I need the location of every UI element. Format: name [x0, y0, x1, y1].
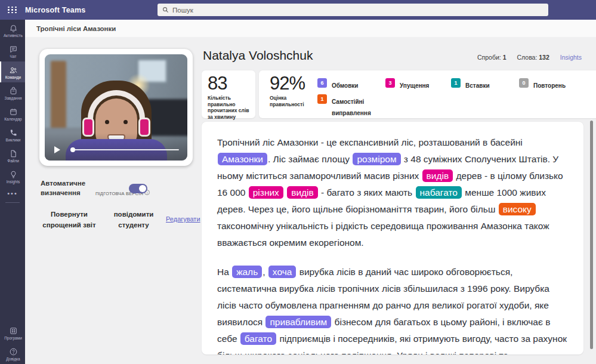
- sidebar-item-bell[interactable]: Активність: [0, 20, 25, 41]
- accuracy-label: Оцінка правильності: [270, 95, 317, 107]
- miscue-word-magenta[interactable]: видів: [287, 186, 318, 199]
- badge-column-4: 0Повторень: [519, 78, 591, 94]
- app-launcher-icon[interactable]: [0, 7, 25, 14]
- play-icon[interactable]: [54, 146, 60, 153]
- miscue-badge[interactable]: 3Упущення: [385, 78, 450, 91]
- attempts-stat: Спроби: 1: [477, 54, 507, 61]
- video-bg-tv: [146, 99, 187, 136]
- miscue-badge[interactable]: 6Обмовки: [317, 78, 384, 91]
- passage-paragraph: На жаль, хоча вирубка лісів в даний час …: [217, 264, 568, 354]
- badge-column-3: 1Вставки: [451, 78, 517, 94]
- sidebar-item-phone[interactable]: Виклики: [0, 124, 25, 145]
- miscue-word-purple[interactable]: жаль: [232, 266, 262, 278]
- app-title: Microsoft Teams: [25, 6, 85, 14]
- miscue-badge[interactable]: 0Повторень: [519, 78, 591, 91]
- sidebar-item-label: Програми: [4, 336, 22, 340]
- main-content: Автоматичне визначенняПІДГОТОВЧА ВЕРСІЯi…: [25, 37, 596, 364]
- sidebar-item-label: Чат: [10, 54, 17, 58]
- teams-icon: [9, 66, 18, 75]
- top-bar: Microsoft Teams Пошук: [0, 0, 596, 20]
- miscue-badge[interactable]: 1Вставки: [451, 78, 517, 91]
- accuracy-card: 92% Оцінка правильності 6Обмовки1Самості…: [259, 70, 596, 118]
- student-name: Natalya Voloshchuk: [203, 48, 313, 63]
- accuracy-block: 92% Оцінка правильності: [270, 73, 317, 107]
- search-icon: [162, 7, 169, 13]
- sidebar-item-label: Insights: [7, 180, 20, 184]
- sidebar-item-lightbulb[interactable]: Insights: [0, 166, 25, 187]
- miscue-word-orange[interactable]: високу: [499, 203, 536, 215]
- accuracy-value: 92%: [270, 73, 317, 94]
- badge-label: Вставки: [465, 80, 508, 91]
- badge-label: Обмовки: [332, 80, 375, 91]
- header-stats: Спроби: 1 Слова: 132 Insights: [467, 54, 582, 61]
- insights-link[interactable]: Insights: [560, 54, 582, 61]
- apps-icon: [9, 326, 18, 335]
- sidebar-item-chat[interactable]: Чат: [0, 41, 25, 61]
- sidebar-item-apps[interactable]: Програми: [0, 322, 25, 343]
- video-progress-thumb[interactable]: [70, 147, 75, 152]
- sidebar-item-assignments[interactable]: Завдання: [0, 82, 25, 103]
- miscue-word-magenta[interactable]: видів: [422, 169, 453, 182]
- search-placeholder: Пошук: [172, 7, 193, 14]
- notify-student-button[interactable]: повідомити студенту: [101, 209, 166, 231]
- student-video[interactable]: [45, 54, 187, 161]
- badge-count: 3: [385, 78, 395, 88]
- sidebar-item-label: Календар: [4, 117, 21, 121]
- miscue-word-purple[interactable]: Амазонки: [218, 153, 267, 165]
- file-icon: [9, 149, 18, 158]
- video-progress-bar[interactable]: [71, 149, 179, 150]
- app-rail: АктивністьЧатКомандиЗавданняКалендарВикл…: [0, 20, 25, 364]
- wpm-card: 83 Кількість правильно прочитаних слів з…: [202, 70, 255, 118]
- auto-detect-section: Автоматичне визначенняПІДГОТОВЧА ВЕРСІЯi: [41, 179, 196, 198]
- help-icon: [9, 347, 18, 356]
- chat-icon: [9, 45, 18, 54]
- sidebar-item-label: Завдання: [4, 96, 21, 100]
- return-report-button[interactable]: Повернути спрощений звіт: [37, 209, 101, 231]
- passage-text: - багато з яких мають: [319, 187, 415, 198]
- sidebar-item-help[interactable]: Довідка: [0, 343, 25, 364]
- miscue-badge[interactable]: 1Самостійні виправлення: [317, 94, 384, 119]
- search-input[interactable]: Пошук: [158, 4, 548, 16]
- sidebar-item-label: Файли: [7, 159, 19, 163]
- sidebar-item-teams[interactable]: Команди: [0, 61, 25, 82]
- sidebar-item-label: Активність: [4, 33, 23, 38]
- miscue-word-purple[interactable]: багато: [240, 332, 276, 345]
- passage-panel: Тропічний ліс Амазонки - це експансивний…: [202, 122, 583, 354]
- miscue-word-teal[interactable]: набагато: [416, 186, 462, 199]
- sidebar-item-label: Команди: [5, 75, 21, 79]
- sidebar-item-label: Виклики: [6, 138, 21, 142]
- sidebar-item-file[interactable]: Файли: [0, 145, 25, 166]
- badge-count: 1: [317, 94, 327, 104]
- auto-detect-label: Автоматичне визначення: [41, 179, 95, 198]
- miscue-word-purple[interactable]: розміром: [353, 153, 400, 165]
- lightbulb-icon: [9, 170, 18, 179]
- sidebar-item-calendar[interactable]: Календар: [0, 103, 25, 124]
- passage-text: На: [217, 267, 231, 277]
- phone-icon: [9, 128, 18, 137]
- auto-detect-toggle[interactable]: [129, 184, 147, 193]
- passage-text: ,: [263, 267, 268, 277]
- miscue-word-purple[interactable]: хоча: [268, 266, 297, 278]
- passage-paragraph: Тропічний ліс Амазонки - це експансивний…: [217, 134, 568, 251]
- vertical-scrollbar[interactable]: [590, 121, 593, 349]
- wpm-label: Кількість правильно прочитаних слів за х…: [208, 95, 249, 121]
- assignments-icon: [9, 87, 18, 95]
- breadcrumb[interactable]: Тропічні ліси Амазонки: [36, 25, 116, 32]
- passage-text: . Ліс займає площу: [268, 154, 352, 164]
- sidebar-more-icon[interactable]: •••: [0, 187, 25, 200]
- badge-label: Повторень: [533, 80, 576, 91]
- report-actions: Повернути спрощений звіт повідомити студ…: [37, 209, 210, 231]
- badge-column-1: 6Обмовки1Самостійні виправлення: [317, 78, 384, 122]
- video-controls: [45, 133, 187, 161]
- passage-text: [284, 187, 286, 198]
- miscue-word-purple[interactable]: привабливим: [265, 316, 331, 328]
- badge-count: 6: [317, 78, 327, 88]
- edit-link[interactable]: Редагувати: [166, 215, 200, 223]
- wpm-value: 83: [208, 73, 249, 94]
- miscue-word-magenta[interactable]: різних: [249, 186, 283, 199]
- badge-column-2: 3Упущення: [385, 78, 450, 94]
- words-stat: Слова: 132: [517, 54, 549, 61]
- calendar-icon: [9, 107, 18, 116]
- student-video-card: [39, 49, 193, 166]
- video-bg-door: [51, 61, 66, 131]
